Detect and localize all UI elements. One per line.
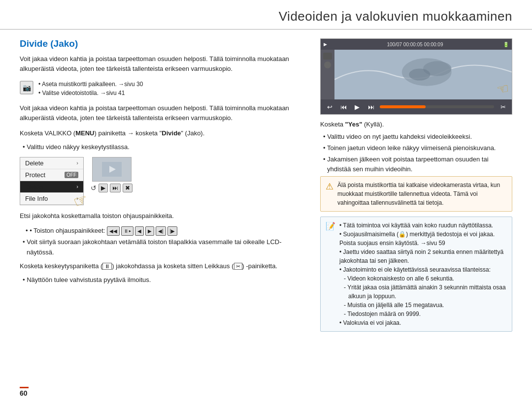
right-bullet-2: Toinen jaetun videon leike näkyy viimeis… [320,143,512,153]
forward-icon[interactable]: ⏭ [110,184,121,192]
video-controls: ↩ ⏮ ▶ ⏭ ✂ [321,99,512,114]
body-text-1: Voit jakaa videon kahtia ja poistaa tarp… [20,103,305,123]
playback-icons: ◀◀ ⏸▶ ◀ ▶ ◀| |▶ [107,226,177,236]
scissors-ctrl-btn[interactable]: ✂ [498,102,508,112]
info-bullet-3: • Jaettu video saattaa siirtyä noin 2 se… [339,248,507,265]
etsi-text: Etsi jakokohta koskettamalla toiston ohj… [20,211,305,221]
video-topbar-text: 100/07 00:00:05 00:00:09 [330,42,500,47]
back-ctrl-btn[interactable]: ↩ [325,102,334,112]
right-column: ▶ 100/07 00:00:05 00:00:09 🔋 [320,30,512,406]
progress-bar[interactable] [380,105,494,108]
svg-text:📷: 📷 [23,84,32,92]
kosketa-yes-text: Kosketa "Yes" (Kyllä). [320,121,512,128]
warning-text: Älä poista muistikorttia tai katkaise vi… [337,181,507,207]
sidebar-strip-icon-2 [324,62,331,68]
bullet-3: Voit siirtyä suoraan jakokohtaan vetämäl… [20,237,305,257]
section-heading: Divide (Jako) [20,38,305,49]
menu-item-delete: Delete › [20,157,83,169]
info-bullet-1: • Tätä toimintoa voi käyttää vain koko r… [339,221,507,230]
mini-video-thumb [92,157,132,182]
menu-panel: Delete › Protect OFF Divide › File Inf [20,157,84,205]
stop-icon[interactable]: ✖ [123,184,133,192]
prev-ctrl-btn[interactable]: ⏮ [338,102,348,112]
next-ctrl-btn[interactable]: ⏭ [366,102,376,112]
menu-item-divide: Divide › [20,181,83,193]
video-content: ☞ [321,50,512,99]
sub-bullet-4: Tiedostojen määrä on 9999. [339,310,507,318]
play-icon[interactable]: ▶ [99,184,108,192]
bullet-1: Valittu video näkyy keskeytystilassa. [20,142,305,152]
back-icon[interactable]: ↺ [91,184,97,192]
page-title: Videoiden ja valokuvien muokkaaminen [279,9,512,24]
menu-item-protect: Protect OFF [20,169,83,181]
info-bullet-2: • Suojausilmaisimella (🔒) merkittyjä tie… [339,230,507,248]
instruction-1: Kosketa VALIKKO (MENU) painiketta → kosk… [20,128,305,138]
notice-line-1: • Aseta muistikortti paikalleen. →sivu 3… [38,80,143,89]
info-text-area: • Tätä toimintoa voi käyttää vain koko r… [339,221,507,327]
menu-mockup: Delete › Protect OFF Divide › File Inf [20,157,305,205]
content-area: Divide (Jako) Voit jakaa videon kahtia j… [0,30,532,406]
warning-box: ⚠ Älä poista muistikorttia tai katkaise … [320,176,512,212]
video-map-area: ☞ [334,50,512,99]
mini-controls: ↺ ▶ ⏭ ✖ [91,184,133,192]
right-bullet-3: Jakamisen jälkeen voit poistaa tarpeetto… [320,155,512,174]
menu-item-fileinfo: File Info › [20,193,83,205]
mini-playback-area: ↺ ▶ ⏭ ✖ [91,157,133,192]
page-bottom-line [20,387,29,388]
bullet-4: Näyttöön tulee vahvistusta pyytävä ilmoi… [20,275,305,285]
video-topbar: ▶ 100/07 00:00:05 00:00:09 🔋 [321,39,512,50]
progress-fill [380,105,426,108]
page-container: Videoiden ja valokuvien muokkaaminen Div… [0,0,532,406]
info-icon: 📝 [326,221,335,231]
video-sidebar-strip [321,50,334,99]
info-bullet-4: • Jakotoiminto ei ole käytettävissä seur… [339,265,507,274]
bullet-2: • Toiston ohjauspainikkeet: ◀◀ ⏸▶ ◀ ▶ ◀|… [20,226,305,236]
info-bullet-last: • Valokuvia ei voi jakaa. [339,318,507,327]
info-box: 📝 • Tätä toimintoa voi käyttää vain koko… [320,217,512,332]
menu-with-hand: Delete › Protect OFF Divide › File Inf [20,157,84,205]
sub-bullet-3: Muistia on jäljellä alle 15 megatavua. [339,301,507,310]
notice-icon: 📷 [20,81,33,94]
instruction-2: Kosketa keskeytyspaniketta (⏸) jakokohda… [20,261,305,271]
page-number: 60 [20,389,28,397]
page-header: Videoiden ja valokuvien muokkaaminen [0,0,532,30]
warning-icon: ⚠ [326,181,333,192]
sidebar-strip-icon-1 [323,53,332,60]
video-player-mockup: ▶ 100/07 00:00:05 00:00:09 🔋 [320,38,512,115]
svg-point-7 [409,68,430,80]
sub-bullet-2: Yrität jakaa osia jättämättä ainakin 3 s… [339,283,507,301]
intro-text: Voit jakaa videon kahtia ja poistaa tarp… [20,54,305,74]
notice-box: 📷 • Aseta muistikortti paikalleen. →sivu… [20,80,305,97]
notice-text-area: • Aseta muistikortti paikalleen. →sivu 3… [38,80,143,97]
right-bullet-1: Valittu video on nyt jaettu kahdeksi vid… [320,132,512,142]
notice-line-2: • Valitse videotoistotila. →sivu 41 [38,89,143,97]
play-ctrl-btn[interactable]: ▶ [352,102,362,112]
sub-bullet-1: Videon kokonaiskesto on alle 6 sekuntia. [339,274,507,283]
left-column: Divide (Jako) Voit jakaa videon kahtia j… [20,30,305,406]
